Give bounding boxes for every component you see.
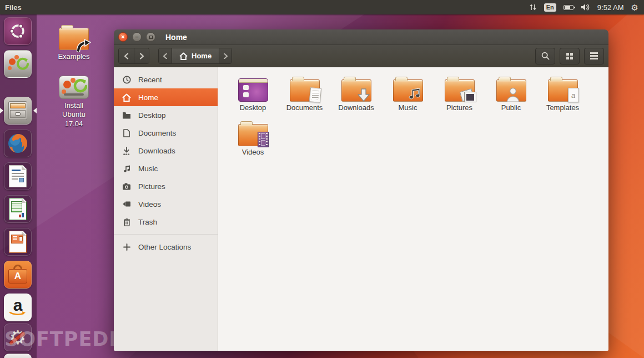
search-button[interactable] xyxy=(535,48,555,64)
sidebar: Recent Home Desktop Documents Downloads … xyxy=(114,67,218,351)
history-nav-group xyxy=(118,48,149,64)
sidebar-item-music[interactable]: Music xyxy=(114,160,218,177)
sidebar-item-recent[interactable]: Recent xyxy=(114,71,218,88)
ubuntu-logo-icon xyxy=(8,22,27,41)
file-item-label: Pictures xyxy=(446,103,472,112)
desktop-icon-examples[interactable]: Examples xyxy=(53,24,95,61)
launcher-item-firefox[interactable] xyxy=(4,130,32,157)
documents-folder-icon xyxy=(290,79,320,102)
back-button[interactable] xyxy=(119,48,134,63)
grid-view-button[interactable] xyxy=(560,48,580,64)
sidebar-item-other-locations[interactable]: Other Locations xyxy=(114,238,218,256)
desktop-folder-icon xyxy=(238,78,268,102)
focused-indicator-icon xyxy=(33,108,37,113)
pictures-folder-icon xyxy=(445,79,475,102)
sidebar-item-downloads[interactable]: Downloads xyxy=(114,142,218,160)
launcher-item-ubuntu-software[interactable]: A xyxy=(4,261,32,289)
installer-drive-icon xyxy=(7,53,29,75)
plus-icon xyxy=(122,242,131,251)
music-folder-icon xyxy=(393,79,423,102)
session-gear-icon[interactable]: ⚙ xyxy=(631,3,638,12)
battery-icon[interactable] xyxy=(564,5,573,10)
system-tray: En 9:52 AM ⚙ xyxy=(529,3,638,12)
breadcrumb-label: Home xyxy=(192,52,212,60)
network-arrows-icon[interactable] xyxy=(529,3,537,11)
forward-button[interactable] xyxy=(134,48,149,63)
desktop-icon-install-ubuntu[interactable]: Install Ubuntu 17.04 xyxy=(53,76,95,128)
file-item-videos[interactable]: Videos xyxy=(227,118,279,162)
file-item-pictures[interactable]: Pictures xyxy=(434,74,485,117)
hamburger-menu-icon xyxy=(590,52,598,59)
sidebar-item-label: Other Locations xyxy=(138,243,191,251)
close-button[interactable]: × xyxy=(118,32,128,42)
home-icon xyxy=(179,52,188,60)
downloads-folder-icon xyxy=(341,79,371,102)
launcher-item-ubuntu-dash[interactable] xyxy=(4,17,32,45)
top-panel: Files En 9:52 AM ⚙ xyxy=(0,0,644,14)
sidebar-item-trash[interactable]: Trash xyxy=(114,213,218,231)
sidebar-item-label: Home xyxy=(138,93,158,102)
sidebar-item-label: Desktop xyxy=(138,111,166,120)
templates-folder-icon: a xyxy=(548,79,578,102)
window-title: Home xyxy=(165,33,187,42)
desktop-icon-label: Examples xyxy=(53,52,95,61)
sidebar-item-label: Trash xyxy=(138,218,157,226)
sidebar-item-pictures[interactable]: Pictures xyxy=(114,177,218,195)
file-item-label: Templates xyxy=(546,103,579,112)
launcher-item-libreoffice-writer[interactable] xyxy=(4,162,32,190)
amazon-icon: a xyxy=(9,298,26,317)
path-next-button[interactable] xyxy=(219,48,232,63)
file-item-downloads[interactable]: Downloads xyxy=(330,74,382,117)
launcher-item-files[interactable] xyxy=(4,97,32,125)
grid-view-icon xyxy=(566,53,573,59)
software-bag-icon: A xyxy=(8,265,27,285)
writer-document-icon xyxy=(9,165,27,187)
public-folder-icon xyxy=(496,79,526,102)
file-item-public[interactable]: Public xyxy=(485,74,537,117)
launcher-item-files-wrap xyxy=(0,97,37,125)
path-prev-button[interactable] xyxy=(159,48,172,63)
file-item-documents[interactable]: Documents xyxy=(279,74,330,117)
watermark-text: SOFTPEDIA xyxy=(4,328,132,350)
window-body: Recent Home Desktop Documents Downloads … xyxy=(114,67,608,351)
path-bar: Home xyxy=(158,48,232,64)
launcher-item-libreoffice-calc[interactable] xyxy=(4,195,32,223)
sidebar-item-desktop[interactable]: Desktop xyxy=(114,106,218,124)
sidebar-separator xyxy=(114,234,218,235)
breadcrumb-home[interactable]: Home xyxy=(172,48,219,63)
home-icon xyxy=(122,93,131,102)
person-emblem xyxy=(506,87,520,102)
window-titlebar[interactable]: × – Home xyxy=(114,29,608,45)
maximize-button[interactable] xyxy=(146,32,155,42)
sidebar-item-videos[interactable]: Videos xyxy=(114,195,218,213)
keyboard-indicator[interactable]: En xyxy=(544,3,556,12)
file-cabinet-icon xyxy=(8,101,27,120)
video-icon xyxy=(122,200,131,208)
sidebar-item-label: Pictures xyxy=(138,182,165,191)
music-note-emblem xyxy=(407,87,421,101)
file-item-label: Music xyxy=(399,103,417,112)
launcher-item-libreoffice-impress[interactable] xyxy=(4,228,32,256)
music-note-icon xyxy=(122,164,131,173)
launcher-item-removable-disk[interactable] xyxy=(4,354,32,358)
sidebar-item-home[interactable]: Home xyxy=(114,88,218,106)
launcher-item-amazon[interactable]: a xyxy=(4,294,32,321)
file-item-label: Documents xyxy=(286,103,323,112)
search-icon xyxy=(541,52,550,60)
clock[interactable]: 9:52 AM xyxy=(597,3,624,12)
file-item-music[interactable]: Music xyxy=(382,74,434,117)
menu-button[interactable] xyxy=(584,48,604,64)
file-item-templates[interactable]: a Templates xyxy=(537,74,588,117)
launcher-item-ubuntu-installer[interactable] xyxy=(4,50,32,78)
file-grid: Desktop Documents Downloads Music xyxy=(218,67,608,351)
desktop-icon-label: Install Ubuntu 17.04 xyxy=(54,101,94,128)
download-icon xyxy=(122,146,131,155)
app-menu-files[interactable]: Files xyxy=(5,3,22,12)
sidebar-item-documents[interactable]: Documents xyxy=(114,124,218,142)
file-item-desktop[interactable]: Desktop xyxy=(227,74,279,117)
running-indicator-icon xyxy=(0,108,3,113)
clock-icon xyxy=(122,75,131,84)
volume-icon[interactable] xyxy=(581,3,590,11)
sidebar-item-label: Downloads xyxy=(138,147,175,155)
minimize-button[interactable]: – xyxy=(132,32,142,42)
